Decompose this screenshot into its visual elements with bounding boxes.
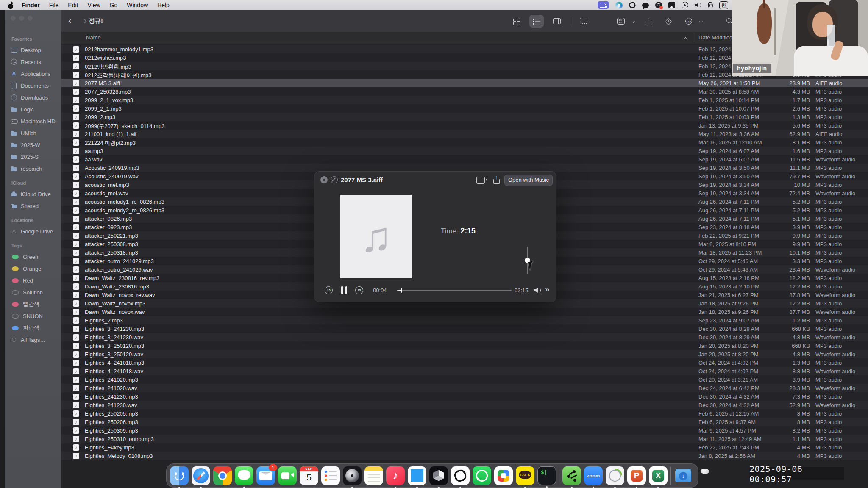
progress-thumb[interactable] <box>401 288 402 293</box>
sidebar-item[interactable]: iCloud Drive <box>11 188 61 200</box>
menu-item[interactable]: Edit <box>63 2 83 8</box>
column-divider[interactable] <box>694 33 694 42</box>
sidebar-tag-item[interactable]: 파란색 <box>11 322 61 334</box>
sidebar-item[interactable]: A Applications <box>11 68 61 80</box>
sidebar-item[interactable]: research <box>11 163 61 175</box>
table-row[interactable]: ♪ Eighties_241230.wav Dec 30, 2024 at 4:… <box>61 401 868 409</box>
sidebar-item[interactable]: Desktop <box>11 44 61 56</box>
close-window-button[interactable] <box>11 16 16 21</box>
table-row[interactable]: ♪ 221224 미랭pt2.mp3 Mar 16, 2025 at 12:00… <box>61 138 868 147</box>
table-row[interactable]: ♪ Eighties_241020.wav Dec 24, 2024 at 6:… <box>61 384 868 392</box>
open-with-music-button[interactable]: Open with Music <box>504 175 553 186</box>
triangle-app-icon[interactable] <box>668 2 675 8</box>
more-actions-button[interactable] <box>682 15 696 28</box>
table-row[interactable]: ♪ Eighties_4_241018.wav Oct 24, 2024 at … <box>61 367 868 375</box>
korean-input-icon[interactable]: 한 <box>719 1 728 9</box>
dock-divider-1[interactable] <box>559 467 559 485</box>
sound-icon[interactable] <box>695 2 701 8</box>
menu-item[interactable]: View <box>83 2 105 8</box>
table-row[interactable]: ♪ 2099(구2077)_sketch_0114.mp3 Jan 13, 20… <box>61 121 868 130</box>
sidebar-item[interactable]: Logic <box>11 103 61 115</box>
column-header-date-modified[interactable]: Date Modified <box>698 34 732 41</box>
table-row[interactable]: ♪ 2099_2_1_vox.mp3 Feb 1, 2025 at 10:14 … <box>61 96 868 104</box>
skip-back-15-button[interactable]: 15 <box>325 286 333 294</box>
sidebar-item[interactable]: Macintosh HD <box>11 115 61 127</box>
fullscreen-icon[interactable] <box>476 177 485 184</box>
dock-item-downloads[interactable] <box>674 466 693 485</box>
volume-slider[interactable] <box>527 247 528 274</box>
dock-item-mail[interactable]: 1 <box>256 466 275 485</box>
dock-item-terminal[interactable]: $| <box>537 466 556 485</box>
fast-forward-icon[interactable]: » <box>545 285 549 294</box>
table-row[interactable]: ♪ Eighties_F#key.mp3 Feb 22, 2025 at 7:4… <box>61 443 868 452</box>
dock-item-messages[interactable] <box>235 466 253 485</box>
dock-item-node-graph[interactable] <box>562 466 581 485</box>
dock-item-logic-pro[interactable] <box>343 466 362 485</box>
menu-item[interactable]: Finder <box>17 2 45 8</box>
dock-item-unity[interactable] <box>429 466 448 485</box>
table-row[interactable]: ♪ Eighties_250310_outro.mp3 Mar 11, 2025… <box>61 435 868 443</box>
menu-item[interactable]: Help <box>153 2 174 8</box>
table-row[interactable]: ♪ Eighties_2.mp3 Sep 23, 2024 at 9:07 AM… <box>61 316 868 324</box>
progress-bar[interactable] <box>397 290 512 291</box>
table-row[interactable]: ♪ 2077_250328.mp3 Mar 30, 2025 at 8:58 A… <box>61 87 868 96</box>
dock-item-finder[interactable] <box>170 466 189 485</box>
dock-item-excel[interactable]: X <box>649 466 668 485</box>
sidebar-item[interactable]: Downloads <box>11 92 61 103</box>
table-row[interactable]: ♪ 2099_2.mp3 Feb 1, 2025 at 10:03 PM 1.3… <box>61 113 868 121</box>
ear-icon[interactable] <box>708 2 713 8</box>
sidebar-tag-item[interactable]: 빨간색 <box>11 298 61 310</box>
slash-circle-icon[interactable] <box>331 176 338 183</box>
table-row[interactable]: ♪ Eighties_241020.mp3 Oct 20, 2024 at 3:… <box>61 375 868 384</box>
dock-item-reminders[interactable] <box>321 466 340 485</box>
table-row[interactable]: ♪ aa.mp3 Sep 19, 2024 at 6:07 AM 1.6 MB … <box>61 147 868 155</box>
sidebar-item[interactable]: UMich <box>11 127 61 139</box>
zoom-window-button[interactable] <box>28 16 33 21</box>
dock-divider-2[interactable] <box>670 467 671 485</box>
forward-button[interactable]: › <box>83 15 87 26</box>
dock-item-kakaotalk[interactable]: TALK <box>516 466 534 485</box>
table-row[interactable]: ♪ Eighties_3_250120.wav Jan 20, 2025 at … <box>61 350 868 358</box>
dock-item-whatsapp[interactable] <box>473 466 491 485</box>
dock-item-google-chat[interactable] <box>494 466 513 485</box>
back-button[interactable]: ‹ <box>68 15 72 26</box>
table-row[interactable]: ♪ 2099_2_1.mp3 Feb 1, 2025 at 10:07 PM 2… <box>61 104 868 113</box>
table-row[interactable]: ♪ Dawn_Waltz_novox.wav Jan 18, 2025 at 9… <box>61 308 868 316</box>
sidebar-tag-item[interactable]: All Tags… <box>11 334 61 346</box>
dock-item-trash[interactable] <box>696 466 714 485</box>
dock-item-zoom[interactable]: zoom <box>584 466 603 485</box>
sort-ascending-icon[interactable] <box>684 37 687 41</box>
table-row[interactable]: ♪ Eighties_3_241230.wav Dec 30, 2024 at … <box>61 333 868 341</box>
sidebar-item[interactable]: 2025-S <box>11 151 61 163</box>
share-button[interactable] <box>641 15 655 28</box>
table-row[interactable]: ♪ Eighties_241230.mp3 Dec 30, 2024 at 4:… <box>61 392 868 401</box>
tag-button[interactable] <box>661 15 676 28</box>
dock-item-powerpoint[interactable]: P <box>627 466 646 485</box>
chatgpt-icon[interactable] <box>629 2 636 8</box>
dock-item-anyconnect[interactable] <box>606 466 624 485</box>
list-view-button[interactable] <box>529 15 544 28</box>
group-by-button[interactable] <box>614 15 628 28</box>
pause-button[interactable] <box>341 286 347 294</box>
skip-forward-15-button[interactable]: 15 <box>355 286 363 294</box>
minimize-window-button[interactable] <box>19 16 24 21</box>
table-row[interactable]: ♪ Eighties_250309.mp3 Mar 9, 2025 at 4:5… <box>61 426 868 435</box>
dock-item-safari[interactable] <box>192 466 210 485</box>
dock-item-chatgpt[interactable] <box>451 466 470 485</box>
share-icon[interactable] <box>492 175 500 184</box>
table-row[interactable]: ♪ Eighties_250206.mp3 Feb 6, 2025 at 9:3… <box>61 418 868 426</box>
sidebar-item[interactable]: Documents <box>11 80 61 92</box>
sidebar-tag-item[interactable]: Solution <box>11 286 61 298</box>
table-row[interactable]: ♪ Eighties_Melody_0108.mp3 Jan 8, 2025 a… <box>61 452 868 460</box>
sidebar-tag-item[interactable]: Red <box>11 274 61 286</box>
sidebar-tag-item[interactable]: Green <box>11 251 61 263</box>
menu-item[interactable]: Go <box>105 2 122 8</box>
dock-item-music[interactable]: ♪ <box>386 466 405 485</box>
sidebar-item[interactable]: 2025-W <box>11 139 61 151</box>
dock-item-facetime[interactable] <box>278 466 297 485</box>
table-row[interactable]: ♪ Eighties_4_241018.mp3 Oct 24, 2024 at … <box>61 358 868 367</box>
chat-bubble-icon[interactable] <box>642 3 649 8</box>
icon-view-button[interactable] <box>509 15 523 28</box>
column-header-name[interactable]: Name <box>86 34 101 41</box>
speaker-icon[interactable] <box>534 287 541 294</box>
